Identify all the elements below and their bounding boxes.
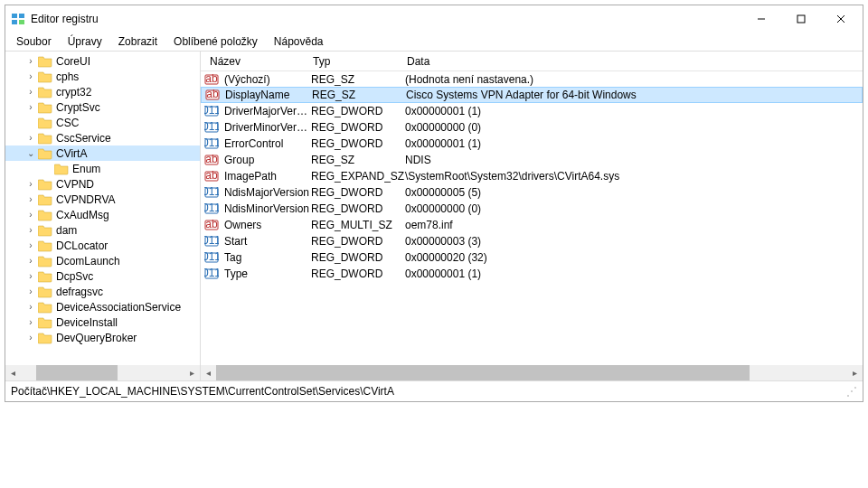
folder-icon (38, 193, 52, 206)
tree-item[interactable]: ›CVPNDRVA (5, 192, 200, 207)
tree-item[interactable]: ›DcomLaunch (5, 253, 200, 268)
value-row[interactable]: 011DriverMajorVers…REG_DWORD0x00000001 (… (201, 103, 863, 119)
tree-item-label: CxAudMsg (56, 209, 109, 221)
value-row[interactable]: abOwnersREG_MULTI_SZoem78.inf (201, 217, 863, 233)
minimize-button[interactable] (741, 6, 781, 32)
value-row[interactable]: 011NdisMinorVersionREG_DWORD0x00000000 (… (201, 201, 863, 217)
tree-item[interactable]: ›DevQueryBroker (5, 330, 200, 345)
chevron-right-icon[interactable]: › (25, 333, 36, 343)
value-row[interactable]: abDisplayNameREG_SZCisco Systems VPN Ada… (201, 87, 863, 103)
chevron-right-icon[interactable]: › (25, 133, 36, 144)
tree-item[interactable]: ›DcpSvc (5, 268, 200, 284)
svg-rect-5 (797, 15, 805, 23)
value-data: 0x00000000 (0) (405, 121, 863, 134)
tree-item[interactable]: ›CVPND (5, 176, 200, 192)
tree-item-label: dam (56, 224, 77, 237)
value-row[interactable]: 011TagREG_DWORD0x00000020 (32) (201, 249, 863, 266)
column-name[interactable]: Název (201, 52, 307, 70)
scroll-left-icon[interactable]: ◂ (5, 365, 21, 380)
chevron-right-icon[interactable]: › (25, 56, 36, 67)
tree-item[interactable]: Enum (5, 161, 200, 176)
value-name: Tag (224, 251, 311, 264)
menu-favorites[interactable]: Oblíbené položky (166, 33, 265, 50)
svg-text:ab: ab (205, 218, 218, 230)
value-row[interactable]: 011NdisMajorVersionREG_DWORD0x00000005 (… (201, 184, 863, 201)
tree-item[interactable]: ›defragsvc (5, 284, 200, 299)
value-name: DriverMajorVers… (224, 105, 311, 117)
value-list[interactable]: ab(Výchozí)REG_SZ(Hodnota není nastavena… (201, 71, 863, 365)
scroll-thumb[interactable] (216, 365, 750, 380)
chevron-right-icon[interactable]: › (25, 302, 36, 313)
folder-icon (38, 117, 52, 129)
value-row[interactable]: ab(Výchozí)REG_SZ(Hodnota není nastavena… (201, 71, 863, 88)
chevron-right-icon[interactable]: › (25, 271, 36, 282)
value-type: REG_EXPAND_SZ (311, 170, 405, 183)
scroll-right-icon[interactable]: ▸ (184, 365, 200, 380)
list-hscrollbar[interactable]: ◂ ▸ (201, 365, 863, 380)
chevron-right-icon[interactable]: › (25, 225, 36, 236)
value-row[interactable]: abImagePathREG_EXPAND_SZ\SystemRoot\Syst… (201, 168, 863, 184)
value-data: 0x00000001 (1) (405, 137, 863, 150)
column-type[interactable]: Typ (307, 52, 401, 70)
menu-file[interactable]: Soubor (9, 33, 59, 50)
scroll-track[interactable] (216, 365, 847, 380)
tree-item[interactable]: ⌄CVirtA (5, 145, 200, 161)
value-type: REG_SZ (311, 73, 405, 86)
registry-tree[interactable]: ›CoreUI›cphs›crypt32›CryptSvcCSC›CscServ… (5, 52, 200, 365)
tree-item[interactable]: ›dam (5, 222, 200, 238)
chevron-right-icon[interactable]: › (25, 210, 36, 221)
chevron-right-icon[interactable]: › (25, 286, 36, 297)
resize-grip-icon[interactable]: ⋰ (846, 385, 857, 398)
close-button[interactable] (821, 6, 861, 32)
chevron-right-icon[interactable]: › (25, 317, 36, 328)
column-data[interactable]: Data (401, 52, 863, 70)
tree-item[interactable]: ›DCLocator (5, 238, 200, 253)
tree-item[interactable]: ›DeviceAssociationService (5, 299, 200, 314)
tree-item[interactable]: ›CscService (5, 130, 200, 145)
tree-item[interactable]: CSC (5, 115, 200, 130)
folder-icon (38, 301, 52, 314)
tree-item[interactable]: ›CryptSvc (5, 99, 200, 115)
value-row[interactable]: 011StartREG_DWORD0x00000003 (3) (201, 233, 863, 249)
chevron-right-icon[interactable]: › (25, 179, 36, 190)
tree-spacer (25, 117, 36, 128)
chevron-right-icon[interactable]: › (25, 87, 36, 98)
maximize-button[interactable] (781, 6, 821, 32)
tree-item[interactable]: ›crypt32 (5, 84, 200, 99)
app-icon (11, 12, 25, 26)
value-data: oem78.inf (405, 219, 863, 231)
tree-item-label: DeviceInstall (56, 316, 118, 329)
tree-item-label: DcpSvc (56, 270, 93, 283)
chevron-right-icon[interactable]: › (25, 71, 36, 82)
value-type: REG_DWORD (311, 235, 405, 248)
tree-item[interactable]: ›DeviceInstall (5, 314, 200, 330)
menu-help[interactable]: Nápověda (267, 33, 331, 50)
status-path: Počítač\HKEY_LOCAL_MACHINE\SYSTEM\Curren… (11, 385, 394, 398)
chevron-down-icon[interactable]: ⌄ (25, 148, 36, 159)
window: Editor registru Soubor Úpravy Zobrazit O… (5, 5, 863, 402)
chevron-right-icon[interactable]: › (25, 102, 36, 113)
scroll-right-icon[interactable]: ▸ (847, 365, 863, 380)
value-row[interactable]: 011TypeREG_DWORD0x00000001 (1) (201, 266, 863, 282)
tree-hscrollbar[interactable]: ◂ ▸ (5, 365, 200, 380)
value-row[interactable]: 011ErrorControlREG_DWORD0x00000001 (1) (201, 136, 863, 152)
chevron-right-icon[interactable]: › (25, 256, 36, 267)
folder-icon (38, 270, 52, 283)
tree-item-label: cphs (56, 70, 79, 83)
tree-item[interactable]: ›cphs (5, 69, 200, 84)
value-type: REG_MULTI_SZ (311, 219, 405, 231)
tree-item[interactable]: ›CxAudMsg (5, 207, 200, 222)
value-row[interactable]: 011DriverMinorVers…REG_DWORD0x00000000 (… (201, 119, 863, 136)
menu-edit[interactable]: Úpravy (61, 33, 109, 50)
scroll-thumb[interactable] (36, 365, 118, 380)
folder-icon (38, 55, 52, 68)
scroll-left-icon[interactable]: ◂ (201, 365, 216, 380)
value-name: (Výchozí) (224, 73, 311, 86)
scroll-track[interactable] (21, 365, 184, 380)
tree-item[interactable]: ›CoreUI (5, 53, 200, 69)
value-type: REG_DWORD (311, 137, 405, 150)
menu-view[interactable]: Zobrazit (111, 33, 165, 50)
chevron-right-icon[interactable]: › (25, 240, 36, 251)
value-row[interactable]: abGroupREG_SZNDIS (201, 152, 863, 168)
chevron-right-icon[interactable]: › (25, 194, 36, 205)
